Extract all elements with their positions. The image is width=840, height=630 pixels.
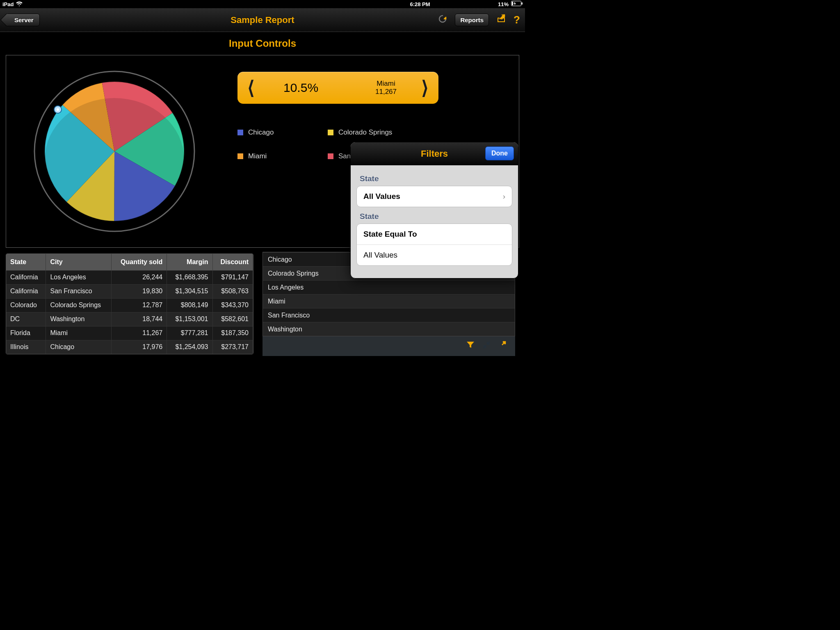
chevron-right-icon: › [503, 192, 505, 201]
legend-item[interactable]: Colorado Springs [328, 128, 410, 137]
legend-item[interactable]: Chicago [237, 128, 320, 137]
svg-rect-2 [512, 2, 513, 5]
bottom-toolbar [262, 336, 515, 356]
filters-popover: Filters Done State All Values › State St… [350, 142, 518, 278]
reports-button[interactable]: Reports [455, 14, 489, 26]
legend-label: Chicago [248, 128, 274, 137]
table-cell: Chicago [46, 340, 111, 354]
table-cell: $1,668,395 [167, 270, 212, 284]
list-item[interactable]: Los Angeles [263, 280, 515, 294]
list-item[interactable]: Washington [263, 322, 515, 336]
legend-swatch [237, 130, 243, 135]
table-cell: Florida [6, 326, 46, 340]
legend-label: Colorado Springs [338, 128, 392, 137]
filter-detail-group[interactable]: State Equal To All Values [356, 224, 512, 266]
table-row[interactable]: FloridaMiami11,267$777,281$187,350 [6, 326, 253, 340]
help-icon[interactable]: ? [514, 14, 520, 26]
chevron-left-icon[interactable]: ⟨ [247, 77, 255, 99]
table-cell: Miami [46, 326, 111, 340]
table-cell: $187,350 [212, 326, 253, 340]
table-cell: $1,153,001 [167, 312, 212, 326]
table-cell: 11,267 [111, 326, 167, 340]
table-row[interactable]: DCWashington18,744$1,153,001$582,601 [6, 312, 253, 326]
filter-state-value: All Values [363, 192, 400, 201]
page-title: Sample Report [231, 15, 294, 25]
table-cell: $791,147 [212, 270, 253, 284]
table-cell: 19,830 [111, 284, 167, 298]
data-table: StateCityQuantity soldMarginDiscount Cal… [6, 253, 253, 354]
table-cell: Colorado Springs [46, 298, 111, 312]
table-cell: $808,149 [167, 298, 212, 312]
column-header[interactable]: Margin [167, 254, 212, 270]
table-row[interactable]: ColoradoColorado Springs12,787$808,149$3… [6, 298, 253, 312]
table-cell: Washington [46, 312, 111, 326]
popover-title: Filters [421, 148, 448, 159]
status-bar: iPad 6:28 PM 11% [0, 0, 525, 8]
table-cell: Colorado [6, 298, 46, 312]
legend-label: Miami [248, 152, 267, 160]
table-row[interactable]: IllinoisChicago17,976$1,254,093$273,717 [6, 340, 253, 354]
table-cell: DC [6, 312, 46, 326]
legend-item[interactable]: Miami [237, 152, 320, 160]
table-cell: Illinois [6, 340, 46, 354]
wifi-icon [16, 1, 23, 7]
table-cell: San Francisco [46, 284, 111, 298]
legend-swatch [237, 153, 243, 159]
battery-percent: 11% [498, 1, 509, 7]
table-cell: 12,787 [111, 298, 167, 312]
legend-swatch [328, 130, 333, 135]
table-cell: $582,601 [212, 312, 253, 326]
slice-selector[interactable]: ⟨ 10.5% Miami 11,267 ⟩ [237, 72, 438, 104]
table-cell: 18,744 [111, 312, 167, 326]
filter-group-label: State [360, 212, 509, 221]
svg-point-7 [57, 108, 59, 111]
table-cell: $1,304,515 [167, 284, 212, 298]
legend-swatch [328, 153, 333, 159]
filter-group-label: State [360, 174, 509, 183]
table-cell: $508,763 [212, 284, 253, 298]
selector-city: Miami [375, 80, 397, 88]
table-cell: Los Angeles [46, 270, 111, 284]
done-button[interactable]: Done [485, 146, 514, 160]
table-cell: $343,370 [212, 298, 253, 312]
selector-percent: 10.5% [283, 81, 318, 95]
section-title: Input Controls [0, 32, 525, 53]
back-button[interactable]: Server [5, 14, 40, 26]
table-cell: 26,244 [111, 270, 167, 284]
table-cell: $1,254,093 [167, 340, 212, 354]
refresh-icon[interactable] [438, 14, 447, 26]
collapse-icon[interactable] [482, 341, 491, 352]
table-cell: $777,281 [167, 326, 212, 340]
list-item[interactable]: San Francisco [263, 308, 515, 322]
table-row[interactable]: CaliforniaLos Angeles26,244$1,668,395$79… [6, 270, 253, 284]
chevron-right-icon[interactable]: ⟩ [421, 77, 429, 99]
column-header[interactable]: Quantity sold [111, 254, 167, 270]
filter-icon[interactable] [466, 340, 475, 352]
table-cell: California [6, 284, 46, 298]
table-cell: $273,717 [212, 340, 253, 354]
table-cell: California [6, 270, 46, 284]
filter-detail-title: State Equal To [357, 224, 512, 244]
expand-icon[interactable] [498, 341, 506, 352]
clock: 6:28 PM [410, 1, 430, 7]
table-row[interactable]: CaliforniaSan Francisco19,830$1,304,515$… [6, 284, 253, 298]
filter-detail-value: All Values [357, 244, 512, 265]
column-header[interactable]: State [6, 254, 46, 270]
table-cell: 17,976 [111, 340, 167, 354]
svg-point-4 [45, 98, 184, 221]
pie-chart[interactable] [28, 65, 201, 237]
device-label: iPad [2, 1, 14, 7]
selector-value: 11,267 [375, 88, 397, 96]
battery-icon [511, 1, 523, 7]
nav-bar: Server Sample Report Reports ? [0, 8, 525, 32]
column-header[interactable]: Discount [212, 254, 253, 270]
column-header[interactable]: City [46, 254, 111, 270]
share-icon[interactable] [496, 14, 506, 26]
filter-state-row[interactable]: All Values › [356, 186, 512, 207]
list-item[interactable]: Miami [263, 294, 515, 308]
svg-rect-1 [522, 2, 523, 5]
